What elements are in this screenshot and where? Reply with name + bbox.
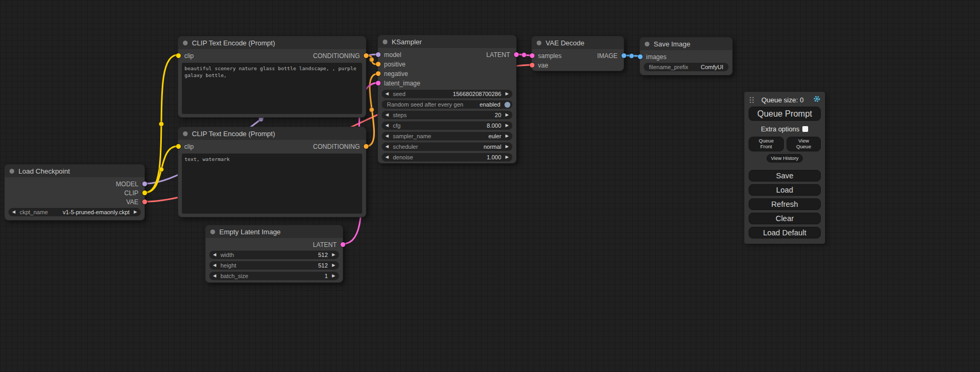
node-graph-canvas[interactable]: Load Checkpoint MODEL CLIP VAE	[0, 0, 980, 372]
widget-filename-prefix[interactable]: filename_prefix ComfyUI	[644, 63, 729, 71]
collapse-dot-icon[interactable]	[183, 41, 188, 45]
decrement-arrow-icon[interactable]: ◀	[12, 210, 15, 214]
model-input-dot[interactable]	[376, 52, 381, 57]
widget-height[interactable]: ◀ height 512 ▶	[209, 261, 339, 270]
prompt-textarea[interactable]: beautiful scenery nature glass bottle la…	[182, 63, 362, 114]
collapse-dot-icon[interactable]	[645, 42, 649, 46]
decrement-arrow-icon[interactable]: ◀	[385, 123, 389, 128]
widget-scheduler[interactable]: ◀ scheduler normal ▶	[382, 142, 512, 151]
decrement-arrow-icon[interactable]: ◀	[213, 274, 216, 278]
widget-ckpt-name[interactable]: ◀ ckpt_name v1-5-pruned-emaonly.ckpt ▶	[8, 208, 141, 216]
output-slot-clip[interactable]: CLIP	[124, 189, 144, 197]
model-output-dot[interactable]	[142, 182, 147, 186]
input-slot-clip[interactable]: clip	[178, 52, 194, 60]
clip-input-dot[interactable]	[176, 144, 181, 149]
widget-seed[interactable]: ◀ seed 156680208700286 ▶	[382, 90, 512, 98]
widget-denoise[interactable]: ◀ denoise 1.000 ▶	[382, 153, 512, 161]
samples-input-dot[interactable]	[530, 53, 535, 58]
node-ksampler[interactable]: KSampler model LATENT positive	[377, 35, 517, 164]
refresh-button[interactable]: Refresh	[749, 198, 821, 210]
vae-output-dot[interactable]	[142, 199, 147, 204]
widget-sampler-name[interactable]: ◀ sampler_name euler ▶	[382, 132, 512, 140]
load-button[interactable]: Load	[749, 184, 821, 196]
load-default-button[interactable]: Load Default	[749, 227, 821, 239]
input-slot-positive[interactable]: positive	[378, 61, 405, 68]
clear-button[interactable]: Clear	[749, 213, 821, 224]
output-slot-latent[interactable]: LATENT	[313, 241, 343, 249]
latent-output-dot[interactable]	[341, 242, 345, 247]
images-input-dot[interactable]	[638, 54, 643, 59]
input-slot-samples[interactable]: samples	[532, 52, 561, 60]
vae-input-dot[interactable]	[530, 63, 535, 68]
increment-arrow-icon[interactable]: ▶	[506, 113, 509, 117]
increment-arrow-icon[interactable]: ▶	[506, 134, 509, 138]
widget-width[interactable]: ◀ width 512 ▶	[209, 251, 339, 259]
save-button[interactable]: Save	[749, 170, 821, 182]
node-clip-text-encode-negative[interactable]: CLIP Text Encode (Prompt) clip CONDITION…	[178, 127, 366, 217]
latent-image-input-dot[interactable]	[376, 81, 381, 85]
latent-output-dot[interactable]	[514, 52, 519, 57]
input-slot-images[interactable]: images	[640, 53, 666, 61]
node-title-bar[interactable]: Empty Latent Image	[206, 225, 343, 238]
output-slot-model[interactable]: MODEL	[116, 180, 144, 188]
view-queue-button[interactable]: View Queue	[787, 137, 821, 151]
widget-random-seed-toggle[interactable]: Random seed after every gen enabled	[382, 100, 512, 109]
input-slot-latent-image[interactable]: latent_image	[378, 80, 420, 87]
decrement-arrow-icon[interactable]: ◀	[385, 145, 389, 149]
increment-arrow-icon[interactable]: ▶	[332, 253, 335, 257]
clip-input-dot[interactable]	[176, 53, 181, 58]
queue-panel[interactable]: Queue size: 0 Queue Prompt Extra options…	[744, 92, 825, 244]
increment-arrow-icon[interactable]: ▶	[332, 274, 335, 278]
increment-arrow-icon[interactable]: ▶	[506, 155, 509, 159]
drag-handle-icon[interactable]	[750, 97, 751, 99]
input-slot-vae[interactable]: vae	[532, 62, 548, 69]
increment-arrow-icon[interactable]: ▶	[506, 145, 509, 149]
output-slot-conditioning[interactable]: CONDITIONING	[313, 52, 366, 60]
node-title-bar[interactable]: Save Image	[640, 37, 732, 50]
increment-arrow-icon[interactable]: ▶	[506, 92, 509, 96]
collapse-dot-icon[interactable]	[210, 230, 215, 234]
extra-options-checkbox[interactable]	[802, 126, 808, 132]
queue-prompt-button[interactable]: Queue Prompt	[749, 107, 821, 121]
widget-cfg[interactable]: ◀ cfg 8.000 ▶	[382, 121, 512, 130]
input-slot-clip[interactable]: clip	[178, 143, 194, 150]
node-empty-latent-image[interactable]: Empty Latent Image LATENT ◀ width 512 ▶ …	[205, 225, 343, 283]
increment-arrow-icon[interactable]: ▶	[332, 263, 335, 268]
node-title-bar[interactable]: CLIP Text Encode (Prompt)	[178, 36, 366, 49]
decrement-arrow-icon[interactable]: ◀	[213, 263, 216, 268]
output-slot-conditioning[interactable]: CONDITIONING	[313, 143, 366, 150]
node-title-bar[interactable]: CLIP Text Encode (Prompt)	[178, 127, 366, 140]
queue-front-button[interactable]: Queue Front	[749, 137, 784, 151]
output-slot-latent[interactable]: LATENT	[486, 51, 516, 59]
decrement-arrow-icon[interactable]: ◀	[385, 155, 389, 159]
node-save-image[interactable]: Save Image images filename_prefix ComfyU…	[639, 37, 733, 75]
image-output-dot[interactable]	[622, 53, 626, 58]
collapse-dot-icon[interactable]	[183, 131, 188, 136]
node-load-checkpoint[interactable]: Load Checkpoint MODEL CLIP VAE	[4, 164, 145, 221]
view-history-button[interactable]: View History	[766, 154, 803, 163]
negative-input-dot[interactable]	[376, 71, 381, 76]
node-title-bar[interactable]: Load Checkpoint	[5, 165, 144, 177]
output-slot-image[interactable]: IMAGE	[597, 52, 624, 60]
collapse-dot-icon[interactable]	[383, 40, 387, 44]
decrement-arrow-icon[interactable]: ◀	[385, 113, 389, 117]
increment-arrow-icon[interactable]: ▶	[506, 123, 509, 128]
decrement-arrow-icon[interactable]: ◀	[385, 92, 389, 96]
collapse-dot-icon[interactable]	[537, 41, 541, 45]
conditioning-output-dot[interactable]	[364, 53, 368, 58]
clip-output-dot[interactable]	[142, 190, 147, 195]
node-vae-decode[interactable]: VAE Decode samples IMAGE vae	[531, 36, 624, 71]
toggle-knob-icon[interactable]	[504, 102, 510, 108]
widget-steps[interactable]: ◀ steps 20 ▶	[382, 111, 512, 119]
input-slot-negative[interactable]: negative	[378, 70, 408, 78]
node-clip-text-encode-positive[interactable]: CLIP Text Encode (Prompt) clip CONDITION…	[178, 36, 366, 118]
positive-input-dot[interactable]	[376, 62, 381, 66]
decrement-arrow-icon[interactable]: ◀	[385, 134, 389, 138]
collapse-dot-icon[interactable]	[9, 169, 14, 174]
prompt-textarea[interactable]: text, watermark	[182, 154, 362, 214]
conditioning-output-dot[interactable]	[364, 144, 368, 149]
decrement-arrow-icon[interactable]: ◀	[213, 253, 216, 257]
increment-arrow-icon[interactable]: ▶	[134, 210, 137, 214]
output-slot-vae[interactable]: VAE	[126, 198, 144, 206]
settings-gear-icon[interactable]	[813, 95, 821, 105]
